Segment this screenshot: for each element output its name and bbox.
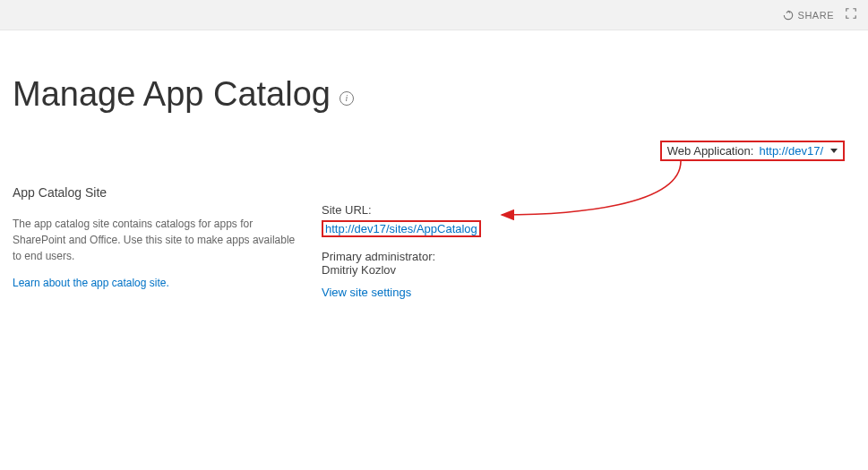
page-title: Manage App Catalog	[13, 75, 331, 114]
share-label: SHARE	[798, 10, 834, 21]
web-application-selector: Web Application: http://dev17/	[660, 141, 845, 161]
top-ribbon: SHARE	[0, 0, 868, 30]
learn-more-link[interactable]: Learn about the app catalog site.	[13, 277, 298, 289]
share-button[interactable]: SHARE	[782, 9, 834, 21]
chevron-down-icon[interactable]	[830, 149, 838, 153]
info-icon[interactable]: i	[339, 91, 354, 106]
view-site-settings-link[interactable]: View site settings	[322, 286, 868, 299]
right-column: Site URL: http://dev17/sites/AppCatalog …	[322, 185, 868, 299]
primary-admin-label: Primary administrator:	[322, 250, 868, 263]
web-application-label: Web Application:	[667, 144, 754, 158]
section-description: The app catalog site contains catalogs f…	[13, 216, 298, 264]
share-icon	[782, 9, 795, 21]
left-column: App Catalog Site The app catalog site co…	[13, 185, 322, 299]
primary-admin-value: Dmitriy Kozlov	[322, 263, 868, 277]
fullscreen-button[interactable]	[845, 7, 857, 23]
site-url-label: Site URL:	[322, 203, 868, 217]
site-url-link[interactable]: http://dev17/sites/AppCatalog	[322, 220, 481, 237]
page-title-row: Manage App Catalog i	[0, 30, 868, 114]
web-application-value[interactable]: http://dev17/	[759, 144, 823, 158]
section-heading: App Catalog Site	[13, 185, 298, 200]
focus-icon	[845, 7, 857, 20]
